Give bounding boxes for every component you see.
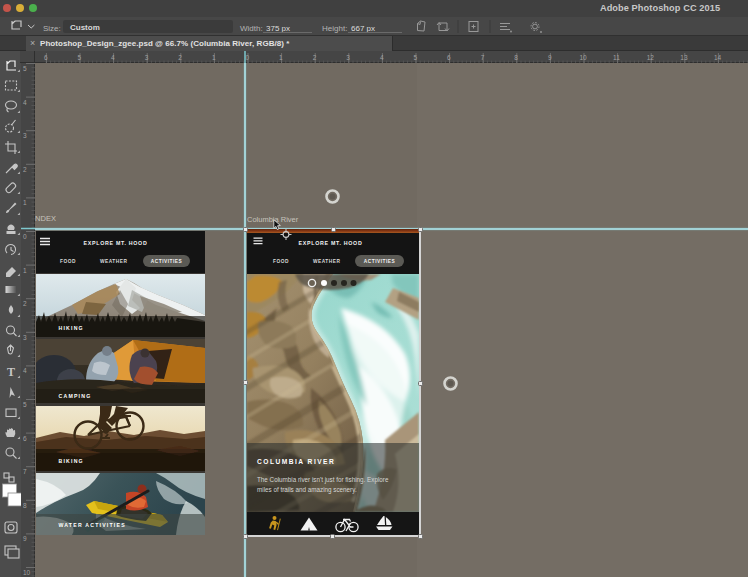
svg-text:3: 3 (23, 333, 27, 340)
svg-text:6: 6 (44, 53, 48, 60)
svg-text:2: 2 (23, 300, 27, 307)
svg-text:1: 1 (23, 199, 27, 206)
svg-text:9: 9 (23, 535, 27, 542)
svg-text:1: 1 (279, 53, 283, 60)
svg-text:10: 10 (580, 53, 588, 60)
svg-text:9: 9 (548, 53, 552, 60)
svg-text:0: 0 (23, 233, 27, 240)
svg-text:3: 3 (346, 53, 350, 60)
svg-text:4: 4 (23, 98, 27, 105)
svg-text:2: 2 (178, 53, 182, 60)
svg-text:10: 10 (23, 569, 31, 576)
svg-text:6: 6 (23, 434, 27, 441)
svg-text:2: 2 (313, 53, 317, 60)
svg-text:3: 3 (23, 132, 27, 139)
svg-text:7: 7 (481, 53, 485, 60)
svg-text:5: 5 (23, 65, 27, 72)
svg-text:5: 5 (23, 401, 27, 408)
svg-text:4: 4 (380, 53, 384, 60)
svg-text:7: 7 (23, 468, 27, 475)
svg-text:13: 13 (680, 53, 688, 60)
svg-text:14: 14 (714, 53, 722, 60)
svg-text:8: 8 (514, 53, 518, 60)
svg-text:1: 1 (23, 266, 27, 273)
svg-text:2: 2 (23, 165, 27, 172)
svg-text:T: T (7, 365, 15, 379)
svg-text:3: 3 (145, 53, 149, 60)
svg-text:0: 0 (246, 53, 250, 60)
svg-text:5: 5 (78, 53, 82, 60)
svg-text:8: 8 (23, 501, 27, 508)
svg-text:1: 1 (212, 53, 216, 60)
svg-text:5: 5 (414, 53, 418, 60)
svg-text:11: 11 (613, 53, 620, 60)
svg-text:12: 12 (647, 53, 655, 60)
svg-text:4: 4 (111, 53, 115, 60)
svg-text:4: 4 (23, 367, 27, 374)
svg-text:6: 6 (447, 53, 451, 60)
